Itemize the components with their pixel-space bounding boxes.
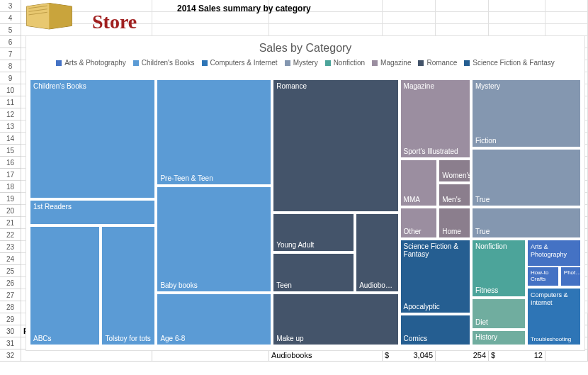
cell-E32[interactable]: 254 [436,349,489,362]
row-header-22[interactable]: 22 [0,229,21,241]
row-header-10[interactable]: 10 [0,84,21,96]
row-header-29[interactable]: 29 [0,313,21,325]
tm-true1[interactable]: True [471,148,582,207]
cell-G5[interactable] [545,24,588,36]
row-header-30[interactable]: 30 [0,325,21,337]
cell-A32[interactable] [21,349,152,362]
tm-childrens[interactable]: Children's Books [29,79,156,199]
tm-mens[interactable]: Men's [438,183,471,207]
cell-B32[interactable] [152,349,269,362]
tm-history[interactable]: History [471,330,526,346]
tm-abcs[interactable]: ABCs [29,225,101,346]
legend-item[interactable]: Computers & Internet [202,59,278,67]
legend-label: Computers & Internet [210,59,278,67]
cell-D32[interactable]: $3,045 [383,349,436,362]
tm-ya[interactable]: Young Adult [272,213,355,253]
cell-C4[interactable] [269,12,383,24]
legend-item[interactable]: Romance [418,59,457,67]
cell-F5[interactable] [489,24,545,36]
tm-age68[interactable]: Age 6-8 [156,293,272,346]
row-header-8[interactable]: 8 [0,60,21,72]
book-logo-icon [23,0,76,35]
legend-item[interactable]: Mystery [285,59,318,67]
tm-womens[interactable]: Women's [438,159,471,183]
cell-B4[interactable] [152,12,269,24]
row-header-12[interactable]: 12 [0,108,21,121]
tm-romance[interactable]: Romance [272,79,399,213]
tm-mma[interactable]: MMA [400,159,439,207]
tm-first[interactable]: 1st Readers [29,199,156,226]
cell-E4[interactable] [436,12,489,24]
tm-audio[interactable]: Audiobo… [355,213,399,293]
row-5: 5 [0,24,588,36]
row-header-6[interactable]: 6 [0,36,21,48]
store-title: Store [92,11,137,33]
tm-nonfic[interactable]: NonfictionFitness [471,239,526,298]
row-header-20[interactable]: 20 [0,205,21,217]
row-header-11[interactable]: 11 [0,96,21,108]
tm-tolstoy[interactable]: Tolstoy for tots [101,225,156,346]
row-header-24[interactable]: 24 [0,253,21,265]
row-header-3[interactable]: 3 [0,0,21,12]
tm-home[interactable]: Home [438,207,471,239]
row-header-15[interactable]: 15 [0,145,21,157]
row-header-18[interactable]: 18 [0,181,21,193]
row-header-4[interactable]: 4 [0,12,21,24]
legend-item[interactable]: Nonfiction [325,59,365,67]
legend-swatch-icon [418,60,424,66]
tm-crafts[interactable]: How-to Crafts [526,266,560,287]
cell-C5[interactable] [269,24,383,36]
cell-G3[interactable] [545,0,588,12]
tm-ci[interactable]: Computers & InternetTroubleshooting [526,287,582,346]
tm-comics[interactable]: Comics [400,314,471,346]
cell-B5[interactable] [152,24,269,36]
tm-mystery[interactable]: MysteryFiction [471,79,582,148]
cell-F4[interactable] [489,12,545,24]
legend-item[interactable]: Science Fiction & Fantasy [464,59,555,67]
cell-D5[interactable] [383,24,436,36]
tm-true2[interactable]: True [471,207,582,239]
tm-magazine[interactable]: MagazineSport's Illustrated [400,79,471,159]
cell-G4[interactable] [545,12,588,24]
row-header-14[interactable]: 14 [0,133,21,145]
row-header-16[interactable]: 16 [0,157,21,169]
row-header-26[interactable]: 26 [0,277,21,289]
row-header-28[interactable]: 28 [0,301,21,313]
row-header-13[interactable]: 13 [0,121,21,133]
tm-other[interactable]: Other [400,207,439,239]
cell-C32[interactable]: Audiobooks [269,349,383,362]
legend-label: Science Fiction & Fantasy [473,59,555,67]
cell-D4[interactable] [383,12,436,24]
row-header-25[interactable]: 25 [0,265,21,277]
row-header-23[interactable]: 23 [0,241,21,253]
cell-E3[interactable] [436,0,489,12]
tm-baby[interactable]: Baby books [156,186,272,293]
tm-phot[interactable]: Phot… [560,266,582,287]
row-header-5[interactable]: 5 [0,24,21,36]
tm-teen[interactable]: Teen [272,252,355,293]
cell-F32[interactable]: $12 [489,349,545,362]
cell-D3[interactable] [383,0,436,12]
tm-preteen[interactable]: Pre-Teen & Teen [156,79,272,186]
treemap-area: Children's Books 1st Readers ABCs Tolsto… [29,79,582,346]
cell-E5[interactable] [436,24,489,36]
legend-item[interactable]: Magazine [372,59,411,67]
row-header-27[interactable]: 27 [0,289,21,301]
treemap-chart[interactable]: Sales by Category Arts & PhotographyChil… [26,35,585,351]
tm-sf[interactable]: Science Fiction & FantasyApocalyptic [400,239,471,314]
row-header-31[interactable]: 31 [0,337,21,349]
row-header-17[interactable]: 17 [0,169,21,181]
cell-G32[interactable] [545,349,588,362]
legend-item[interactable]: Arts & Photography [56,59,126,67]
row-header-21[interactable]: 21 [0,217,21,229]
tm-diet[interactable]: Diet [471,298,526,330]
legend-item[interactable]: Children's Books [133,59,195,67]
legend-label: Nonfiction [334,59,365,67]
row-header-32[interactable]: 32 [0,349,21,362]
cell-F3[interactable] [489,0,545,12]
row-header-19[interactable]: 19 [0,193,21,205]
legend-swatch-icon [285,60,290,66]
tm-makeup[interactable]: Make up [272,293,399,346]
row-header-9[interactable]: 9 [0,72,21,84]
row-header-7[interactable]: 7 [0,48,21,60]
